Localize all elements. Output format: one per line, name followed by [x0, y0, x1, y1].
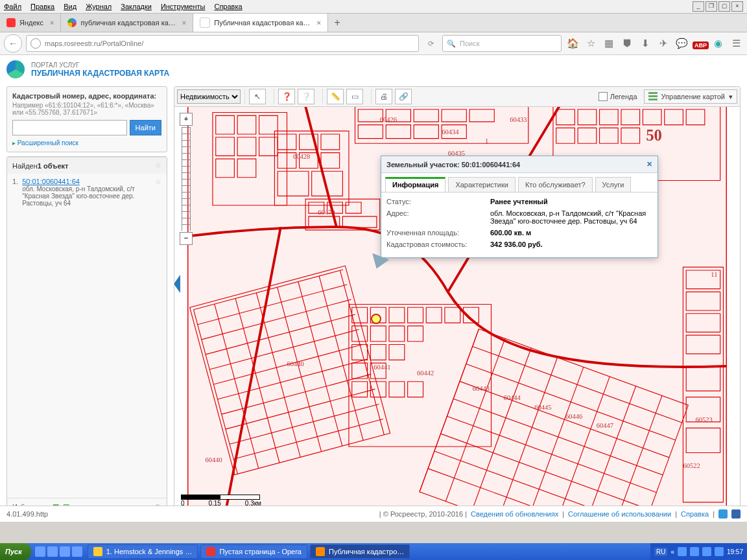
search-button[interactable]: Найти [130, 120, 161, 135]
area-tool-icon[interactable]: ▭ [346, 89, 363, 104]
window-close-button[interactable]: × [731, 1, 743, 12]
hamburger-icon[interactable]: ☰ [729, 38, 743, 49]
menu-bookmarks[interactable]: Закладки [121, 3, 152, 10]
downloads-icon[interactable]: ⬇ [638, 38, 652, 49]
twitter-icon[interactable] [718, 509, 728, 519]
tab-services[interactable]: Услуги [595, 177, 632, 192]
ql-icon[interactable] [72, 546, 82, 557]
library-icon[interactable]: ▦ [602, 38, 616, 49]
pocket-icon[interactable]: ⛊ [620, 38, 634, 49]
start-button[interactable]: Пуск [0, 543, 31, 560]
zoom-out-button[interactable]: − [180, 232, 193, 245]
popup-row: Кадастровая стоимость:342 936.00 руб. [386, 240, 652, 248]
result-cadastral-link[interactable]: 50:01:0060441:64 [22, 178, 80, 185]
menu-file[interactable]: Файл [4, 3, 21, 10]
page-footer: 4.01.499.http | © Росреестр, 2010-2016 |… [0, 506, 747, 522]
ql-icon[interactable] [47, 546, 58, 557]
tray-icon[interactable] [715, 547, 724, 556]
star-icon[interactable]: ☆ [155, 178, 161, 207]
address-bar[interactable]: maps.rosreestr.ru/PortalOnline/ [26, 35, 419, 52]
send-icon[interactable]: ✈ [656, 38, 670, 49]
lang-indicator[interactable]: RU [654, 548, 667, 556]
tab-label: Публичная кадастровая ка… [214, 19, 310, 27]
os-menubar: Файл Правка Вид Журнал Закладки Инструме… [0, 0, 747, 14]
window-maximize-button[interactable]: ▢ [718, 1, 730, 12]
link-tool-icon[interactable]: 🔗 [395, 89, 412, 104]
tray-icon[interactable] [678, 547, 687, 556]
terms-link[interactable]: Соглашение об использовании [568, 510, 671, 518]
checkbox-icon [599, 92, 608, 101]
tab-info[interactable]: Информация [385, 177, 445, 192]
info-tool-icon[interactable]: ❓ [278, 89, 295, 104]
popup-close-icon[interactable]: ✕ [646, 160, 652, 169]
tray-icon[interactable] [702, 547, 711, 556]
close-icon[interactable]: × [50, 19, 54, 27]
menu-history[interactable]: Журнал [86, 3, 112, 10]
facebook-icon[interactable] [731, 509, 741, 519]
zoom-in-button[interactable]: + [180, 113, 193, 126]
row-key: Адрес: [386, 209, 490, 225]
cadastral-search-input[interactable] [12, 120, 127, 135]
measure-tool-icon[interactable]: 📏 [327, 89, 344, 104]
shield-icon[interactable]: ◉ [711, 38, 725, 49]
star-icon[interactable]: ☆ [155, 161, 161, 170]
bookmark-star-icon[interactable]: ☆ [584, 38, 598, 49]
ql-icon[interactable] [35, 546, 45, 557]
clock[interactable]: 19:57 [727, 548, 743, 555]
tray-expand-icon[interactable]: « [670, 548, 674, 555]
help-tool-icon[interactable]: ❔ [298, 89, 314, 104]
map-label: 60446 [565, 413, 582, 420]
home-icon[interactable]: 🏠 [565, 38, 580, 49]
back-button[interactable]: ← [4, 34, 22, 52]
updates-link[interactable]: Сведения об обновлениях [471, 510, 558, 518]
map-control-button[interactable]: Управление картой▾ [644, 89, 737, 104]
map-label: 11 [711, 271, 717, 278]
taskbar-item[interactable]: Публичная кадастро… [310, 544, 410, 559]
row-value: 342 936.00 руб. [490, 240, 652, 248]
browser-search-input[interactable]: 🔍Поиск [442, 35, 562, 52]
ql-icon[interactable] [60, 546, 70, 557]
layer-select[interactable]: Недвижимость [177, 89, 241, 104]
tab-google-search[interactable]: публичная кадастровая ка…× [61, 14, 193, 32]
scale-label: 0.3км [245, 500, 261, 507]
menu-view[interactable]: Вид [64, 3, 77, 10]
taskbar-item[interactable]: Пустая страница - Opera [200, 544, 307, 559]
taskbar-item[interactable]: 1. Hemstock & Jennings … [88, 544, 198, 559]
zoom-slider[interactable]: + − [180, 113, 193, 245]
tab-yandex[interactable]: Яндекс× [0, 14, 61, 32]
map-area[interactable]: Недвижимость ↖ ❓❔ 📏▭ 🖨🔗 Легенда Управлен… [174, 86, 741, 515]
map-toolbar: Недвижимость ↖ ❓❔ 📏▭ 🖨🔗 Легенда Управлен… [174, 87, 740, 107]
selected-parcel-marker[interactable] [371, 314, 381, 324]
map-label: 60440 [287, 360, 304, 368]
window-restore-button[interactable]: ❐ [706, 1, 717, 12]
parcel-popup: Земельный участок: 50:01:0060441:64✕ Инф… [381, 156, 658, 258]
reload-button[interactable]: ⟳ [423, 40, 438, 48]
tab-characteristics[interactable]: Характеристики [448, 177, 516, 192]
result-item[interactable]: 1. 50:01:0060441:64 обл. Московская, р-н… [12, 178, 161, 207]
close-icon[interactable]: × [182, 19, 186, 27]
print-tool-icon[interactable]: 🖨 [375, 89, 392, 104]
map-label-big: 50 [646, 126, 662, 144]
abp-icon[interactable]: ABP [693, 38, 707, 49]
tray-icon[interactable] [690, 547, 699, 556]
map-label: 1 [485, 137, 488, 145]
zoom-track[interactable] [182, 127, 191, 231]
advanced-search-link[interactable]: Расширенный поиск [12, 139, 161, 146]
pointer-tool-icon[interactable]: ↖ [249, 89, 266, 104]
window-minimize-button[interactable]: _ [693, 1, 704, 12]
help-link[interactable]: Справка [681, 510, 709, 518]
popup-body[interactable]: Статус:Ранее учтенный Адрес:обл. Московс… [381, 192, 658, 257]
chat-icon[interactable]: 💬 [674, 38, 689, 49]
menu-tools[interactable]: Инструменты [161, 3, 206, 10]
tab-rosreestr[interactable]: Публичная кадастровая ка…× [193, 14, 328, 32]
search-hint: Например «61:6:10104:12», «61:6:*», «Мос… [12, 102, 161, 116]
close-icon[interactable]: × [317, 19, 321, 27]
map-label: 60444 [504, 394, 521, 401]
task-label: 1. Hemstock & Jennings … [106, 548, 193, 555]
legend-toggle[interactable]: Легенда [599, 92, 637, 101]
menu-edit[interactable]: Правка [30, 3, 54, 10]
new-tab-button[interactable]: + [328, 14, 346, 32]
menu-help[interactable]: Справка [214, 3, 242, 10]
tab-who-serves[interactable]: Кто обслуживает? [518, 177, 593, 192]
tab-label: публичная кадастровая ка… [80, 19, 175, 27]
